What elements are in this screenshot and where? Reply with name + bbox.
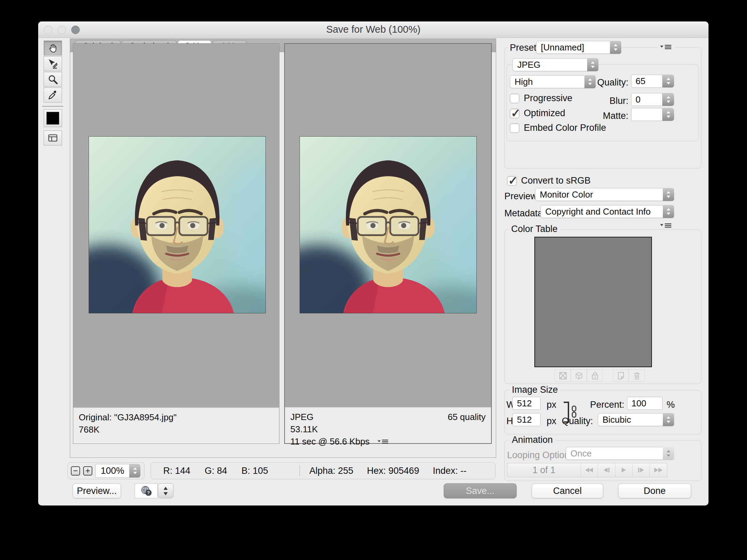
hand-tool-button[interactable] (44, 41, 62, 56)
percent-unit: % (667, 400, 675, 410)
arrow-down-icon (163, 492, 168, 495)
preview-image-original[interactable] (89, 136, 266, 313)
last-frame-button[interactable] (650, 463, 667, 477)
zoom-out-button[interactable]: − (71, 466, 80, 476)
browser-selector-stepper[interactable] (158, 483, 173, 498)
matte-field[interactable] (631, 108, 662, 121)
width-field[interactable]: 512 (513, 397, 540, 410)
readout-red: R: 144 (163, 466, 190, 476)
popup-chevrons-icon (663, 447, 674, 460)
percent-label: Percent: (582, 400, 624, 410)
lock-color-button[interactable] (587, 370, 603, 382)
original-preview-pane[interactable]: Original: "GJ3A8954.jpg" 768K (73, 43, 279, 444)
optimized-checkbox-row: Optimized (510, 108, 565, 119)
animation-transport-bar: 1 of 1 (507, 463, 667, 477)
previous-frame-button[interactable] (598, 463, 615, 477)
convert-srgb-checkbox[interactable] (507, 176, 517, 186)
image-size-title: Image Size (509, 385, 561, 395)
current-color-swatch (46, 112, 59, 125)
save-button[interactable]: Save... (444, 483, 517, 498)
optimized-filesize: 53.11K (290, 423, 486, 435)
color-table-menu-icon[interactable] (658, 222, 674, 229)
preview-color-select[interactable]: Monitor Color (535, 188, 674, 201)
progressive-checkbox[interactable] (510, 94, 519, 103)
frame-status: 1 of 1 (507, 463, 581, 477)
next-frame-button[interactable] (632, 463, 650, 477)
title-bar[interactable]: Save for Web (100%) (38, 21, 708, 38)
cancel-button[interactable]: Cancel (532, 483, 603, 498)
quality-label: Quality: (570, 77, 628, 88)
preview-image-optimized[interactable] (300, 136, 477, 313)
preview-browser-selector[interactable]: ? (135, 483, 158, 498)
fast-forward-icon (654, 467, 663, 473)
new-color-button[interactable] (613, 370, 629, 382)
looping-options-select[interactable]: Once (566, 447, 674, 460)
slice-select-icon (47, 58, 58, 69)
height-field[interactable]: 512 (513, 413, 540, 426)
arrow-up-icon (163, 487, 168, 490)
zoom-tool-button[interactable] (44, 72, 62, 87)
zoom-in-button[interactable]: + (83, 466, 92, 476)
screenshot-background: { "window": { "title": "Save for Web (10… (0, 0, 747, 560)
done-button[interactable]: Done (618, 483, 691, 498)
color-table-action-group (555, 370, 603, 382)
width-unit: px (547, 400, 557, 410)
file-format-select[interactable]: JPEG (513, 58, 598, 71)
stepper-chevrons-icon (666, 95, 671, 104)
play-icon (621, 467, 626, 473)
toolbar-divider (42, 106, 63, 107)
animation-title: Animation (509, 435, 555, 445)
optimized-checkbox[interactable] (510, 109, 519, 118)
toggle-slices-visibility-button[interactable] (44, 130, 62, 145)
stepper-chevrons-icon (666, 110, 671, 119)
popup-chevrons-icon (663, 413, 674, 426)
transparency-checker-icon (559, 372, 567, 379)
stepper-chevrons-icon (133, 467, 138, 475)
stepper-chevrons-icon (666, 77, 671, 85)
readout-divider (300, 465, 300, 476)
color-table-swatches[interactable] (534, 237, 652, 367)
readout-hex: Hex: 905469 (367, 466, 419, 476)
preset-select[interactable]: [Unnamed] (536, 41, 621, 54)
blur-stepper[interactable] (662, 93, 674, 106)
slice-select-tool-button[interactable] (44, 56, 62, 71)
rewind-icon (585, 467, 594, 473)
preview-label: Preview: (504, 191, 540, 202)
play-button[interactable] (615, 463, 632, 477)
metadata-select[interactable]: Copyright and Contact Info (540, 205, 674, 218)
eyedropper-tool-button[interactable] (44, 88, 62, 103)
preset-panel-menu-icon[interactable] (658, 43, 674, 51)
preview-button[interactable]: Preview... (73, 483, 121, 498)
color-table-title: Color Table (508, 224, 560, 234)
original-info-strip: Original: "GJ3A8954.jpg" 768K (73, 407, 279, 444)
matte-stepper[interactable] (662, 108, 674, 121)
web-shift-button[interactable] (571, 370, 587, 382)
optimized-preview-pane[interactable]: JPEG 65 quality 53.11K 11 sec @ 56.6 Kbp… (284, 43, 492, 444)
original-filename: Original: "GJ3A8954.jpg" (79, 411, 274, 423)
eyedropper-color-swatch[interactable] (44, 109, 62, 127)
zoom-level-field[interactable]: 100% (95, 464, 129, 478)
popup-chevrons-icon (663, 205, 674, 218)
quality-field[interactable]: 65 (631, 75, 662, 88)
lock-icon (591, 372, 599, 380)
download-speed-menu-icon[interactable] (377, 439, 389, 445)
blur-field[interactable]: 0 (631, 93, 662, 106)
zoom-level-stepper[interactable] (129, 464, 140, 478)
percent-field[interactable]: 100 (627, 397, 662, 410)
first-frame-button[interactable] (581, 463, 598, 477)
delete-color-button[interactable] (629, 370, 645, 382)
trash-icon (633, 372, 641, 380)
optimized-format: JPEG (290, 411, 314, 423)
map-transparency-button[interactable] (555, 370, 571, 382)
embed-color-profile-checkbox[interactable] (510, 123, 519, 133)
svg-text:?: ? (147, 490, 150, 495)
eyedropper-icon (47, 90, 58, 100)
matte-label: Matte: (570, 111, 628, 121)
hand-icon (47, 43, 58, 53)
resample-quality-label: Quality: (549, 416, 593, 426)
window-title: Save for Web (100%) (38, 21, 708, 37)
resample-quality-select[interactable]: Bicubic (598, 413, 674, 426)
popup-chevrons-icon (663, 188, 674, 201)
readout-index: Index: -- (433, 466, 467, 476)
quality-stepper[interactable] (662, 75, 674, 88)
